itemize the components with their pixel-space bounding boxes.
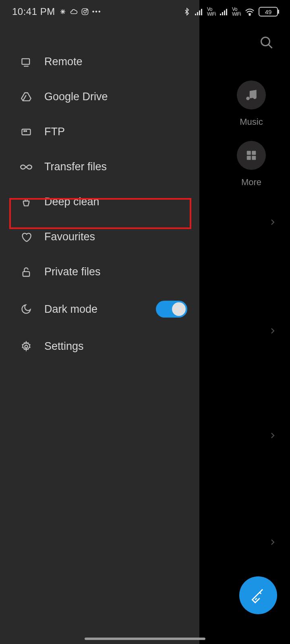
- svg-point-2: [86, 10, 87, 10]
- signal-1-icon: [195, 8, 203, 15]
- drawer-item-label: FTP: [44, 126, 65, 138]
- svg-rect-7: [220, 14, 221, 15]
- svg-rect-15: [247, 151, 251, 155]
- gdrive-icon: [20, 91, 32, 103]
- svg-point-13: [246, 97, 250, 100]
- svg-rect-17: [247, 156, 251, 160]
- broom-small-icon: [20, 196, 32, 208]
- chevron-right-icon[interactable]: [269, 537, 276, 547]
- svg-rect-5: [199, 10, 200, 15]
- drawer-item-private[interactable]: Private files: [0, 254, 199, 289]
- infinity-icon: [20, 161, 32, 173]
- drawer-item-gdrive[interactable]: Google Drive: [0, 79, 199, 114]
- category-more-label: More: [241, 177, 261, 188]
- svg-point-11: [249, 14, 251, 16]
- home-indicator[interactable]: [85, 638, 205, 640]
- drawer-item-deepclean[interactable]: Deep clean: [0, 184, 199, 219]
- drawer-item-label: Dark mode: [44, 303, 97, 316]
- svg-rect-16: [252, 151, 256, 155]
- drawer-item-label: Google Drive: [44, 91, 108, 103]
- broom-icon: [249, 586, 267, 604]
- status-bar: 10:41 PM ••• VoWiFi VoWiFi: [0, 0, 290, 23]
- moon-icon: [20, 303, 32, 315]
- search-icon[interactable]: [259, 35, 274, 50]
- status-notification-icons: •••: [59, 8, 102, 16]
- svg-point-24: [25, 345, 28, 348]
- drawer-item-ftp[interactable]: FTP: [0, 114, 199, 149]
- signal-2-icon: [220, 8, 228, 15]
- bluetooth-icon: [183, 7, 191, 17]
- svg-point-12: [261, 37, 270, 46]
- gear-icon: [20, 341, 32, 353]
- monitor-icon: [20, 56, 32, 68]
- drawer-item-remote[interactable]: Remote: [0, 44, 199, 79]
- svg-rect-8: [222, 12, 223, 15]
- chevron-right-icon[interactable]: [269, 431, 276, 440]
- svg-rect-18: [252, 156, 256, 160]
- svg-point-21: [24, 130, 25, 131]
- status-right: VoWiFi VoWiFi 49: [183, 7, 278, 17]
- music-icon: [237, 80, 266, 109]
- drawer-item-label: Remote: [44, 56, 83, 68]
- svg-point-14: [253, 95, 257, 99]
- clean-fab-button[interactable]: [239, 576, 277, 614]
- lock-icon: [20, 266, 32, 278]
- drawer-item-label: Settings: [44, 340, 84, 353]
- instagram-icon: [81, 8, 89, 16]
- drawer-item-label: Transfer files: [44, 161, 107, 173]
- chevron-right-icon[interactable]: [269, 326, 276, 336]
- slack-icon: [59, 8, 66, 15]
- volte-2-label: VoWiFi: [232, 7, 241, 17]
- drawer-item-settings[interactable]: Settings: [0, 329, 199, 364]
- chevron-right-icon[interactable]: [269, 217, 276, 227]
- darkmode-toggle[interactable]: [156, 301, 187, 318]
- svg-rect-4: [197, 12, 198, 15]
- ftp-icon: [20, 126, 32, 138]
- drawer-item-label: Favourites: [44, 231, 95, 243]
- svg-rect-23: [23, 271, 29, 276]
- navigation-drawer: Remote Google Drive FTP Transfer files D…: [0, 0, 199, 644]
- drawer-item-favourites[interactable]: Favourites: [0, 219, 199, 254]
- svg-point-22: [26, 130, 27, 131]
- svg-rect-3: [195, 14, 196, 15]
- status-time: 10:41 PM: [12, 6, 55, 17]
- battery-indicator: 49: [259, 7, 278, 17]
- drawer-item-transfer[interactable]: Transfer files: [0, 149, 199, 184]
- grid-icon: [237, 141, 266, 170]
- svg-rect-19: [22, 58, 30, 64]
- svg-rect-6: [201, 9, 202, 15]
- svg-rect-9: [224, 10, 225, 15]
- drawer-item-darkmode[interactable]: Dark mode: [0, 289, 199, 329]
- battery-level: 49: [265, 8, 272, 15]
- svg-rect-10: [226, 9, 227, 15]
- more-notifications-icon: •••: [92, 8, 102, 15]
- category-music-label: Music: [240, 117, 263, 127]
- heart-icon: [20, 231, 32, 243]
- category-music[interactable]: Music: [237, 80, 266, 127]
- volte-1-label: VoWiFi: [207, 7, 216, 17]
- cloud-icon: [70, 8, 78, 16]
- wifi-icon: [245, 8, 255, 16]
- status-left: 10:41 PM •••: [12, 6, 102, 17]
- svg-point-1: [83, 10, 86, 13]
- drawer-item-label: Private files: [44, 266, 101, 278]
- category-more[interactable]: More: [237, 141, 266, 188]
- drawer-item-label: Deep clean: [44, 196, 99, 208]
